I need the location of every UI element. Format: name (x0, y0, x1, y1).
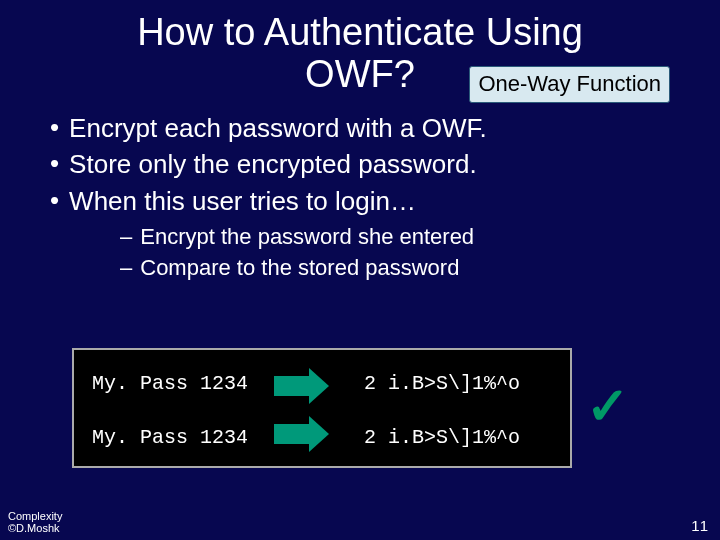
list-item: • Store only the encrypted password. (50, 148, 700, 181)
sub-bullet-text: Encrypt the password she entered (140, 223, 474, 252)
output-hash-2: 2 i.B>S\]1%^o (364, 426, 520, 449)
list-item: • Encrypt each password with a OWF. (50, 112, 700, 145)
sub-bullet-text: Compare to the stored password (140, 254, 459, 283)
bullet-text: Store only the encrypted password. (69, 148, 477, 181)
bullet-icon: • (50, 148, 59, 179)
footer-line-2: ©D.Moshk (8, 522, 62, 534)
output-hash-1: 2 i.B>S\]1%^o (364, 372, 520, 395)
input-password-1: My. Pass 1234 (92, 372, 248, 395)
checkmark-icon: ✓ (586, 380, 630, 432)
owf-callout: One-Way Function (469, 66, 670, 103)
slide: How to Authenticate Using OWF? One-Way F… (0, 0, 720, 540)
bullet-icon: • (50, 185, 59, 216)
input-password-2: My. Pass 1234 (92, 426, 248, 449)
list-item: • When this user tries to login… (50, 185, 700, 218)
footer-credit: Complexity ©D.Moshk (8, 510, 62, 534)
bullet-icon: • (50, 112, 59, 143)
title-line-1: How to Authenticate Using (40, 12, 680, 54)
bullet-text: When this user tries to login… (69, 185, 416, 218)
arrow-right-icon (274, 368, 329, 404)
sub-bullet-list: – Encrypt the password she entered – Com… (120, 223, 700, 282)
bullet-list: • Encrypt each password with a OWF. • St… (50, 112, 700, 283)
page-number: 11 (691, 517, 708, 534)
arrow-group (274, 368, 329, 452)
title-area: How to Authenticate Using OWF? One-Way F… (40, 12, 680, 96)
list-item: – Encrypt the password she entered (120, 223, 700, 252)
list-item: – Compare to the stored password (120, 254, 700, 283)
footer-line-1: Complexity (8, 510, 62, 522)
password-diagram: My. Pass 1234 2 i.B>S\]1%^o My. Pass 123… (72, 348, 642, 468)
dash-icon: – (120, 254, 132, 283)
owf-box: My. Pass 1234 2 i.B>S\]1%^o My. Pass 123… (72, 348, 572, 468)
arrow-right-icon (274, 416, 329, 452)
dash-icon: – (120, 223, 132, 252)
bullet-text: Encrypt each password with a OWF. (69, 112, 487, 145)
